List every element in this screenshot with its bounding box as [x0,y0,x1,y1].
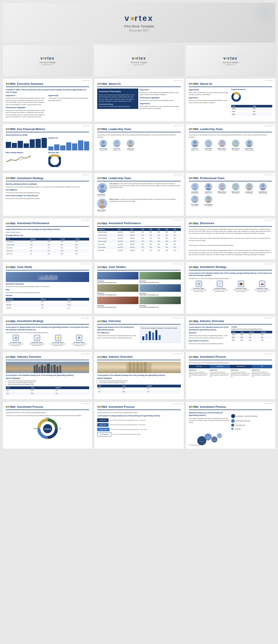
title-about1: About Us [109,82,121,85]
svg-point-21 [100,184,104,188]
mini-cover-subtitle-1: Pitch Book Template [40,62,56,63]
about-right: Experience Dummy text of the printing an… [140,89,181,110]
slide-industry-city-2: slide number: 21 vrtex Industry Overview… [94,352,184,400]
stage-3-row: Stage Three Dummy text of the printing a… [97,428,181,431]
step-exit: Exit [252,365,272,368]
process-opp-left: Standard dummy text of the printing and … [189,412,230,446]
slide-case-studies-grid: slide number: 15 vrtex Case Studies New … [94,262,184,314]
cover-subtitle: Pitch Book Template [124,24,154,28]
content-leadership-bio: John Samuel Founder & CEO John Samuel is… [97,183,181,213]
row-2: slide number: 2 vrtex Executive Summary … [3,78,275,122]
slide-num-8b: slide number: 21 [173,353,182,354]
slide-investment-strategy-1: slide number: 8 vrtex Investment Strateg… [3,173,92,216]
svg-rect-54 [47,364,50,373]
pro-stuart: Melissa Stuart Vice President [216,183,228,194]
leader-bio-row2: Melissa Stuart Vice President Melissa St… [97,198,181,213]
title-performance2: Investment Performance [109,222,141,225]
stage-2-row: Stage Two Dummy text of the printing and… [97,423,181,427]
case-studies-grid: New Street Lorem ipsum text description … [97,272,181,308]
title-stuart1: Vice President [218,150,226,151]
svg-rect-62 [136,362,139,373]
avatar-bio-1 [97,183,107,193]
theme-3-1: 🏢 Investment Theme Dummy text of the pri… [6,335,26,346]
svg-point-13 [207,141,210,144]
svg-point-34 [247,188,252,190]
row-9: slide number: 23 vrtex Investment Proces… [3,401,275,449]
ic2-row-1: Item$1MText [97,387,181,390]
theme-2: 📈 Investment Theme Dummy text of the pri… [210,281,230,292]
line-chart-metrics [6,154,47,163]
process-icons-text: Lorem ipsum is simply text of the printi… [6,415,89,417]
set-strategies-desc: Dummy text of the printing and typesetti… [112,433,141,435]
col-3m: 3 Months [29,238,47,240]
proc-label-1: Lorem Ipsum - dummy text of printing [236,415,257,417]
theme-3-desc-3: Dummy text of the printing and typesetti… [48,343,68,346]
case-desc-2: Lorem ipsum text description here. [140,282,181,283]
disclosure-text-2: Lorem ipsum is dummy text of the printin… [189,237,272,242]
growth-bar-5 [72,143,77,150]
stage-1-row: Stage One Dummy text of the printing and… [97,418,181,422]
industry-table: LabelValueHeadlineHeadline 202010%TextTe… [231,331,272,342]
summary-text: Dummy text of the printing and typesetti… [6,286,89,288]
svg-rect-56 [53,365,56,373]
case-item-3: New Street Lorem ipsum text description … [97,284,138,296]
proc-dot-3 [231,424,234,427]
process-opp-two-col: Standard dummy text of the printing and … [189,412,272,446]
lorem-label-perf: Lorem Dummy Ipsum [6,231,89,233]
capital-structure-chart [231,92,241,102]
person-stuart1: Melissa Stuart Vice President [216,140,228,151]
strategy-label: Investment Strategy [99,103,137,105]
cover-slide-full: vrtex Pitch Book Template December 2017 [3,3,275,43]
growth-bar-1 [48,146,54,150]
svg-point-28 [206,188,211,190]
process1-standard: Standard dummy text of the printing and … [189,362,272,364]
experience-label-about: Experience [140,89,181,91]
svg-point-14 [206,145,211,147]
about-left: Investment Philosophy Dummy text of the … [97,89,138,110]
strategy-text: Dummy text of the printing and typesetti… [99,105,137,107]
process-stages-standard: Standard dummy text of the printing and … [97,412,181,414]
case-item-2: New Street Lorem ipsum text description … [140,272,181,283]
proc-desc-4: Dummy text of the printing and typesetti… [252,372,272,378]
row-3: slide number: 5 vrtex Key Financial Metr… [3,124,275,171]
theme-3-3: 💡 Investment Theme Dummy text of the pri… [48,335,68,346]
theme-grid-3: 🏢 Investment Theme Dummy text of the pri… [6,335,89,346]
avatar-hender1 [246,140,253,147]
title-hender1: Portfolio Manager [245,150,254,151]
svg-rect-64 [144,362,147,373]
slide-num-4b: slide number: 9 [173,174,182,176]
industry-content-left: Lorem ipsum is the standard dummy text o… [189,326,230,345]
bar-chart-growth [48,140,89,150]
avatar-gate1 [232,140,239,147]
bio-text-1: John Samuel is a dummy text of the print… [109,183,181,197]
stages-container: Stage One Dummy text of the printing and… [97,418,181,436]
content-leadership1: Lorem ipsum is the standard dummy text o… [97,134,181,151]
pro-title-walker: Senior Risk [192,205,198,207]
avatar-pro-hender [259,183,267,190]
executive-right: Opportunity Lorem ipsum is the standard … [48,94,89,119]
row-1: vortex vrtex Pitch Book Template Decembe… [3,45,275,76]
case-result-row-1: $25,00015%Active [6,301,89,304]
pro-miller: Jacob Miller Fund Manager [189,183,201,194]
strategy2-intro: Lorem ipsum is the standard dummy text o… [189,272,272,277]
slide-header-strategy2: vrtex Investment Strategy [189,265,272,270]
title-strategy1: Investment Strategy [17,177,44,180]
industry-row-3: 202220%TextText [231,339,272,341]
process-bubble-diagram: Lorem Ipsum Dolor Sit Lorem ipsum dummy [189,426,230,446]
slide-industry-overview-1: slide number: 19 vrtex Industry Overview… [186,316,275,350]
theme-3-icon-2: 📊 [34,335,40,341]
perf-col-p5: Proj. [173,228,181,231]
slide-num-7b: slide number: 18 [173,317,182,319]
opportunity-label-about: Opportunity [140,102,181,105]
pro-turf: David Turf President & CFO [202,183,215,194]
perf-col-total: Total [129,228,141,231]
proc-dot-2 [231,419,235,423]
svg-point-36 [260,188,265,190]
growth-bar-4 [66,142,72,150]
theme-3: 💼 Investment Theme Dummy text of the pri… [231,281,251,292]
svg-point-15 [221,141,224,144]
svg-point-25 [193,184,196,187]
pro-hender: David Hender Portfolio Manager [257,183,269,194]
pro-title-stuart: Vice President [218,193,226,194]
content-leadership2: Lorem ipsum is the standard dummy text o… [189,134,272,151]
